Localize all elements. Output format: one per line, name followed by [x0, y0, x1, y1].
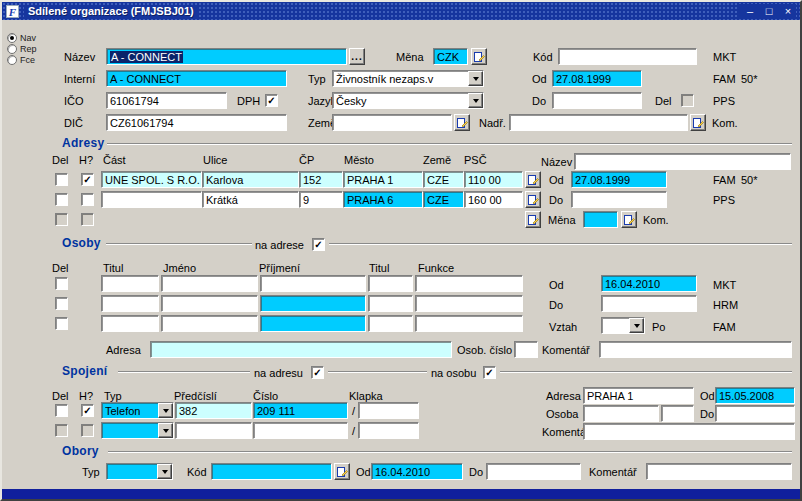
adresy-row1-cast-field[interactable]: UNE SPOL. S R.O.: [101, 171, 202, 188]
typ-combo-button[interactable]: [468, 71, 483, 86]
spojeni-row2-klapka-field[interactable]: [358, 422, 419, 439]
radio-fce[interactable]: [7, 55, 17, 65]
obory-od-field[interactable]: 16.04.2010: [371, 463, 463, 480]
spojeni-row1-typ-button[interactable]: [158, 403, 173, 418]
osoby-row3-titul-field[interactable]: [101, 315, 159, 332]
adresy-mena-field[interactable]: [583, 211, 618, 228]
adresy-row1-cp-field[interactable]: 152: [299, 171, 343, 188]
adresy-row2-psc-field[interactable]: 160 00: [464, 191, 523, 208]
osoby-row1-titul-field[interactable]: [101, 275, 159, 292]
spojeni-do-field[interactable]: [715, 405, 795, 422]
adresy-row2-cast-field[interactable]: [101, 191, 202, 208]
spojeni-row1-h-checkbox[interactable]: [81, 404, 94, 417]
adresy-row2-h-checkbox[interactable]: [81, 193, 94, 206]
spojeni-row2-typ-button[interactable]: [158, 423, 173, 438]
obory-kod-lov-button[interactable]: [334, 463, 350, 480]
osoby-row3-del-checkbox[interactable]: [55, 317, 68, 330]
osoba-field-2[interactable]: [661, 405, 694, 422]
obory-do-field[interactable]: [486, 463, 581, 480]
adresy-nazev-field[interactable]: [574, 153, 791, 170]
spojeni-komentar-field[interactable]: [583, 423, 795, 440]
osoby-row1-del-checkbox[interactable]: [55, 277, 68, 290]
na-osobu-checkbox[interactable]: [483, 366, 496, 379]
kod-field[interactable]: [558, 48, 697, 65]
osoby-row3-prijmeni-field[interactable]: [260, 315, 366, 332]
osoby-row2-jmeno-field[interactable]: [161, 295, 258, 312]
osoby-row1-prijmeni-field[interactable]: [260, 275, 366, 292]
spojeni-row1-typ-combo[interactable]: Telefon: [101, 402, 174, 419]
adresy-row1-zeme-field[interactable]: CZE: [423, 171, 464, 188]
osoby-row1-jmeno-field[interactable]: [161, 275, 258, 292]
obory-kod-field[interactable]: [211, 463, 332, 480]
osoby-adresa-field[interactable]: [150, 341, 452, 358]
osoby-row2-prijmeni-field[interactable]: [260, 295, 366, 312]
nadr-lov-button[interactable]: [690, 114, 706, 131]
adresy-row2-lov-button[interactable]: [525, 191, 541, 208]
od-field[interactable]: 27.08.1999: [552, 70, 642, 87]
adresy-row2-cp-field[interactable]: 9: [299, 191, 343, 208]
osob-cislo-field[interactable]: [514, 341, 538, 358]
obory-komentar-field[interactable]: [646, 463, 792, 480]
adresy-row1-psc-field[interactable]: 110 00: [464, 171, 523, 188]
vztah-combo[interactable]: [601, 317, 645, 334]
adresy-kom-lov-button[interactable]: [621, 211, 637, 228]
radio-rep[interactable]: [7, 44, 17, 54]
close-icon[interactable]: ×: [780, 4, 796, 18]
adresy-do-field[interactable]: [571, 191, 667, 208]
osoby-row3-titul2-field[interactable]: [368, 315, 413, 332]
nazev-lov-button[interactable]: ...: [349, 48, 365, 65]
nazev-field[interactable]: A - CONNECT: [106, 48, 347, 65]
adresy-row3-lov-button[interactable]: [525, 211, 541, 228]
spojeni-row1-cislo-field[interactable]: 209 111: [253, 402, 348, 419]
nadr-field[interactable]: [509, 114, 688, 131]
adresy-row1-lov-button[interactable]: [525, 171, 541, 188]
spojeni-row2-typ-combo[interactable]: [101, 422, 174, 439]
adresy-row2-mesto-field[interactable]: PRAHA 6: [343, 191, 423, 208]
adresy-row2-zeme-field[interactable]: CZE: [423, 191, 464, 208]
na-adresu-checkbox[interactable]: [311, 366, 324, 379]
minimize-icon[interactable]: –: [742, 4, 758, 18]
radio-nav[interactable]: [7, 33, 17, 43]
spojeni-row2-cislo-field[interactable]: [253, 422, 348, 439]
osoby-row1-funkce-field[interactable]: [415, 275, 523, 292]
obory-typ-combo[interactable]: [106, 463, 173, 480]
osoby-row1-titul2-field[interactable]: [368, 275, 413, 292]
osoby-komentar-field[interactable]: [599, 341, 792, 358]
osoby-row2-titul2-field[interactable]: [368, 295, 413, 312]
zeme-lov-button[interactable]: [454, 114, 470, 131]
mena-field[interactable]: CZK: [433, 48, 468, 65]
ico-field[interactable]: 61061794: [106, 92, 227, 109]
restore-icon[interactable]: □: [761, 4, 777, 18]
osoba-field[interactable]: [583, 405, 659, 422]
spojeni-row1-del-checkbox[interactable]: [55, 404, 68, 417]
zeme-field[interactable]: [332, 114, 452, 131]
osoby-row2-titul-field[interactable]: [101, 295, 159, 312]
jazyk-combo[interactable]: Česky: [332, 92, 484, 109]
obory-typ-button[interactable]: [157, 464, 172, 479]
osoby-row2-funkce-field[interactable]: [415, 295, 523, 312]
spojeni-row1-klapka-field[interactable]: [358, 402, 419, 419]
adresy-row1-ulice-field[interactable]: Karlova: [202, 171, 299, 188]
do-field[interactable]: [552, 92, 642, 109]
dph-checkbox[interactable]: [265, 94, 278, 107]
dic-field[interactable]: CZ61061794: [106, 114, 287, 131]
adresy-row2-ulice-field[interactable]: Krátká: [202, 191, 299, 208]
spojeni-od-field[interactable]: 15.05.2008: [715, 387, 795, 404]
vztah-combo-button[interactable]: [629, 318, 644, 333]
osoby-do-field[interactable]: [601, 295, 697, 312]
osoby-row3-funkce-field[interactable]: [415, 315, 523, 332]
spojeni-row1-predcisli-field[interactable]: 382: [175, 402, 252, 419]
adresy-od-field[interactable]: 27.08.1999: [571, 171, 667, 188]
spojeni-adresa-field[interactable]: PRAHA 1: [583, 387, 694, 404]
spojeni-row2-predcisli-field[interactable]: [175, 422, 252, 439]
adresy-row1-mesto-field[interactable]: PRAHA 1: [343, 171, 423, 188]
osoby-row3-jmeno-field[interactable]: [161, 315, 258, 332]
na-adrese-checkbox[interactable]: [312, 238, 325, 251]
jazyk-combo-button[interactable]: [468, 93, 483, 108]
adresy-row2-del-checkbox[interactable]: [55, 193, 68, 206]
mena-lov-button[interactable]: [471, 48, 487, 65]
typ-combo[interactable]: Živnostník nezaps.v: [332, 70, 484, 87]
osoby-row2-del-checkbox[interactable]: [55, 297, 68, 310]
adresy-row1-h-checkbox[interactable]: [81, 173, 94, 186]
osoby-od-field[interactable]: 16.04.2010: [601, 275, 697, 292]
